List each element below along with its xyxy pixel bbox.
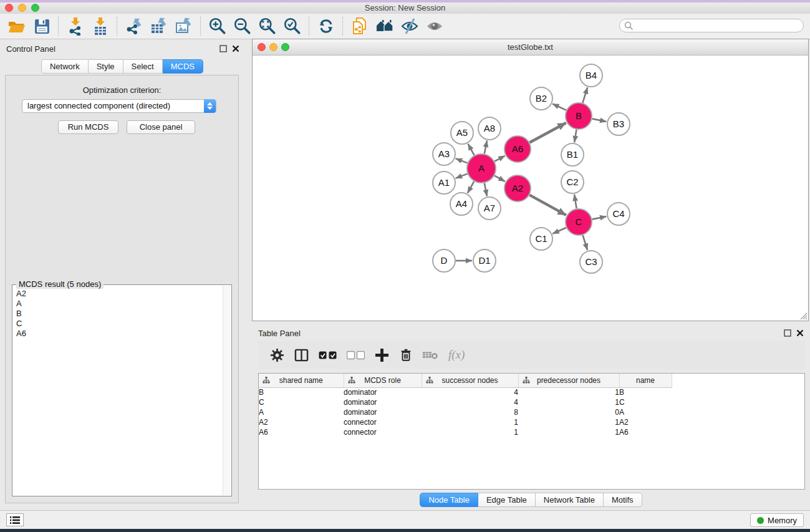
table-cell[interactable]: C xyxy=(619,397,672,407)
network-frame-titlebar[interactable]: testGlobe.txt xyxy=(253,39,808,56)
deselect-all-icon[interactable] xyxy=(346,347,365,362)
table-cell[interactable]: 1 xyxy=(422,417,518,427)
graph-edge-A-A3[interactable] xyxy=(456,158,468,163)
graph-edge-C-C3[interactable] xyxy=(583,235,587,250)
export-table-icon[interactable] xyxy=(148,16,170,36)
table-cell[interactable]: 1 xyxy=(518,417,619,427)
graph-node-D[interactable]: D xyxy=(433,249,455,272)
tab-style[interactable]: Style xyxy=(89,59,123,74)
graph-edge-C-C2[interactable] xyxy=(574,195,577,209)
graph-node-D1[interactable]: D1 xyxy=(473,249,496,272)
select-all-icon[interactable] xyxy=(318,347,337,362)
zoom-out-icon[interactable] xyxy=(232,16,253,36)
tab-network[interactable]: Network xyxy=(41,59,89,74)
column-header-mcds-role[interactable]: MCDS role xyxy=(344,374,422,387)
table-cell[interactable]: A2 xyxy=(619,417,672,427)
graph-node-A[interactable]: A xyxy=(467,154,496,183)
home-icon[interactable] xyxy=(374,16,395,36)
zoom-in-icon[interactable] xyxy=(207,16,228,36)
result-scrollbar[interactable] xyxy=(223,286,231,495)
mcds-result-item[interactable]: A xyxy=(16,299,231,309)
show-graphics-details-icon[interactable] xyxy=(424,16,445,36)
column-header-successor-nodes[interactable]: successor nodes xyxy=(422,374,518,387)
show-panels-list-button[interactable] xyxy=(6,513,24,526)
close-panel-icon[interactable] xyxy=(232,45,239,52)
graph-edge-A-A8[interactable] xyxy=(485,141,487,154)
table-cell[interactable]: 1 xyxy=(518,397,619,407)
table-cell[interactable]: A6 xyxy=(619,427,672,437)
tab-node-table[interactable]: Node Table xyxy=(420,493,478,507)
graph-node-C2[interactable]: C2 xyxy=(561,171,584,193)
graph-edge-C-C4[interactable] xyxy=(592,216,607,220)
table-cell[interactable]: dominator xyxy=(344,407,422,417)
graph-node-B2[interactable]: B2 xyxy=(530,87,552,110)
graph-edge-C-C1[interactable] xyxy=(552,228,566,234)
resize-grip-icon[interactable] xyxy=(799,311,808,320)
save-session-icon[interactable] xyxy=(31,16,52,36)
table-cell[interactable]: A xyxy=(259,407,344,417)
add-column-icon[interactable] xyxy=(374,347,389,362)
export-image-icon[interactable] xyxy=(173,16,195,36)
mcds-result-item[interactable]: B xyxy=(16,309,231,319)
table-cell[interactable]: A2 xyxy=(259,417,344,427)
table-cell[interactable]: 4 xyxy=(422,387,518,397)
graph-node-A2[interactable]: A2 xyxy=(504,175,531,201)
delete-table-icon[interactable] xyxy=(423,347,438,362)
import-network-icon[interactable] xyxy=(65,16,86,36)
hide-graphics-details-icon[interactable] xyxy=(399,16,420,36)
table-cell[interactable]: connector xyxy=(344,427,422,437)
table-cell[interactable]: B xyxy=(619,387,672,397)
column-header-predecessor-nodes[interactable]: predecessor nodes xyxy=(518,374,619,387)
close-panel-button[interactable]: Close panel xyxy=(127,120,195,134)
mcds-result-item[interactable]: C xyxy=(16,319,231,329)
zoom-selected-icon[interactable] xyxy=(282,16,303,36)
table-cell[interactable]: 1 xyxy=(518,387,619,397)
delete-column-icon[interactable] xyxy=(398,347,413,362)
titlebar[interactable]: Session: New Session xyxy=(0,2,810,14)
graph-edge-A2-C[interactable] xyxy=(529,195,566,215)
table-cell[interactable]: dominator xyxy=(344,387,422,397)
zoom-fit-icon[interactable] xyxy=(257,16,278,36)
table-cell[interactable]: connector xyxy=(344,417,422,427)
graph-node-B4[interactable]: B4 xyxy=(580,64,602,87)
float-panel-icon[interactable] xyxy=(784,329,791,337)
graph-node-C4[interactable]: C4 xyxy=(607,203,630,225)
graph-edge-B-B1[interactable] xyxy=(574,130,576,143)
close-panel-icon[interactable] xyxy=(796,329,804,337)
graph-node-C1[interactable]: C1 xyxy=(530,228,552,250)
graph-node-A7[interactable]: A7 xyxy=(478,197,501,220)
graph-node-A6[interactable]: A6 xyxy=(504,136,531,162)
graph-edge-B-B2[interactable] xyxy=(552,104,566,110)
table-cell[interactable]: C xyxy=(259,397,344,407)
table-cell[interactable]: 1 xyxy=(518,427,619,437)
function-builder-icon[interactable]: f(x) xyxy=(447,347,465,362)
table-cell[interactable]: B xyxy=(259,387,344,397)
table-cell[interactable]: A xyxy=(619,407,672,417)
graph-node-C[interactable]: C xyxy=(566,209,592,235)
table-cell[interactable]: 4 xyxy=(422,397,518,407)
memory-button[interactable]: Memory xyxy=(750,513,804,527)
graph-node-A1[interactable]: A1 xyxy=(433,172,455,194)
float-panel-icon[interactable] xyxy=(219,45,227,52)
graph-node-A8[interactable]: A8 xyxy=(478,117,501,140)
mcds-result-item[interactable]: A2 xyxy=(16,289,231,299)
graph-node-B3[interactable]: B3 xyxy=(607,113,630,135)
tab-motifs[interactable]: Motifs xyxy=(604,493,642,507)
table-cell[interactable]: dominator xyxy=(344,397,422,407)
search-input[interactable] xyxy=(619,19,804,32)
network-canvas[interactable]: B4B2BB3B1A5A8A6A3AA1C2A4A7A2CC4C1C3DD1 xyxy=(253,56,808,321)
export-network-icon[interactable] xyxy=(123,16,145,36)
table-cell[interactable]: A6 xyxy=(259,427,344,437)
run-mcds-button[interactable]: Run MCDS xyxy=(58,120,118,134)
graph-edge-B-B4[interactable] xyxy=(582,87,587,103)
graph-edge-A6-B[interactable] xyxy=(529,123,566,143)
tab-edge-table[interactable]: Edge Table xyxy=(478,493,536,507)
graph-edge-A-A7[interactable] xyxy=(485,183,487,196)
table-cell[interactable]: 1 xyxy=(422,427,518,437)
table-cell[interactable]: 8 xyxy=(422,407,518,417)
refresh-icon[interactable] xyxy=(316,16,337,36)
tab-mcds[interactable]: MCDS xyxy=(163,59,203,74)
graph-node-A5[interactable]: A5 xyxy=(451,122,473,144)
mcds-result-item[interactable]: A6 xyxy=(16,329,231,339)
graph-edge-A-A4[interactable] xyxy=(468,181,474,193)
